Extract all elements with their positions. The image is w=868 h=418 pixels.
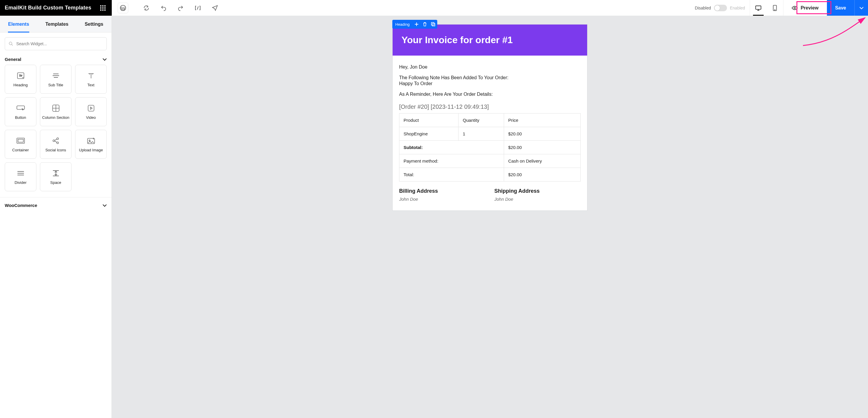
widget-heading[interactable]: TᴛHeading — [5, 65, 36, 94]
search-icon — [8, 41, 13, 46]
eye-icon — [792, 6, 798, 10]
tab-settings[interactable]: Settings — [83, 16, 104, 32]
widget-upload-image[interactable]: Upload Image — [75, 130, 107, 159]
tab-elements[interactable]: Elements — [7, 16, 30, 32]
svg-point-23 — [57, 138, 59, 139]
disabled-label: Disabled — [695, 6, 711, 10]
save-dropdown-icon[interactable] — [855, 0, 868, 16]
device-switcher — [750, 0, 783, 16]
svg-rect-2 — [104, 5, 105, 6]
widget-subtitle[interactable]: Sub Title — [40, 65, 71, 94]
sidebar: Elements Templates Settings General TᴛHe… — [0, 16, 112, 418]
preview-button[interactable]: Preview — [783, 0, 827, 16]
social-icons-icon — [51, 136, 61, 146]
table-row-subtotal: Subtotal: $20.00 — [399, 141, 581, 154]
th-price: Price — [504, 114, 580, 127]
wordpress-icon[interactable] — [118, 3, 128, 13]
svg-rect-10 — [756, 6, 761, 9]
refresh-icon[interactable] — [143, 5, 150, 11]
shipping-address: Shipping Address John Doe — [494, 188, 581, 202]
svg-point-13 — [794, 7, 796, 8]
responsive-toggle: Disabled Enabled — [690, 0, 750, 16]
widget-divider[interactable]: Divider — [5, 162, 36, 191]
chevron-down-icon — [102, 204, 107, 207]
undo-icon[interactable] — [160, 5, 167, 11]
note-intro: The Following Note Has Been Added To You… — [399, 75, 581, 81]
redo-icon[interactable] — [177, 5, 184, 11]
toolbar — [112, 0, 690, 16]
svg-rect-28 — [432, 23, 435, 26]
app-title: EmailKit Build Custom Templates — [5, 5, 91, 11]
svg-point-26 — [89, 140, 90, 141]
preview-label: Preview — [801, 5, 818, 11]
canvas-area[interactable]: Heading Your Invoice for order #1 Hey, J… — [112, 16, 868, 418]
svg-point-14 — [9, 42, 12, 45]
topbar-right: Disabled Enabled Preview Save — [690, 0, 868, 16]
subtitle-icon — [51, 71, 61, 81]
container-icon — [16, 136, 25, 146]
svg-rect-1 — [102, 5, 103, 6]
billing-address: Billing Address John Doe — [399, 188, 486, 202]
upload-image-icon — [86, 136, 96, 146]
text-icon — [86, 71, 96, 81]
sidebar-tabs: Elements Templates Settings — [0, 16, 112, 33]
svg-rect-21 — [18, 139, 23, 142]
email-canvas[interactable]: Heading Your Invoice for order #1 Hey, J… — [392, 24, 587, 211]
svg-rect-3 — [100, 7, 101, 8]
tab-templates[interactable]: Templates — [44, 16, 70, 32]
widget-space[interactable]: Space — [40, 162, 71, 191]
svg-rect-5 — [104, 7, 105, 8]
search-input[interactable] — [16, 41, 103, 46]
toolbar-icons — [143, 5, 218, 11]
svg-point-24 — [57, 142, 59, 144]
annotation-arrow — [791, 16, 868, 49]
widget-text[interactable]: Text — [75, 65, 107, 94]
order-meta: [Order #20] [2023-11-12 09:49:13] — [399, 103, 581, 110]
enabled-label: Enabled — [730, 6, 745, 10]
svg-rect-17 — [17, 106, 25, 109]
brand-bar: EmailKit Build Custom Templates — [0, 0, 112, 16]
hero-title: Your Invoice for order #1 — [401, 35, 578, 45]
add-icon[interactable] — [412, 20, 421, 29]
widget-social-icons[interactable]: Social Icons — [40, 130, 71, 159]
hero-heading[interactable]: Your Invoice for order #1 — [393, 25, 587, 56]
selection-toolbar: Heading — [392, 20, 437, 29]
heading-icon: Tᴛ — [16, 71, 25, 81]
section-general-header[interactable]: General — [0, 55, 112, 65]
apps-grid-icon[interactable] — [99, 4, 107, 12]
widget-button[interactable]: Button — [5, 97, 36, 126]
svg-rect-27 — [431, 23, 434, 25]
table-row: ShopEngine 1 $20.00 — [399, 127, 581, 141]
chevron-down-icon — [102, 58, 107, 61]
button-icon — [16, 103, 25, 113]
svg-rect-0 — [100, 5, 101, 6]
section-woocommerce-header[interactable]: WooCommerce — [0, 197, 112, 211]
video-icon — [86, 103, 96, 113]
widget-video[interactable]: Video — [75, 97, 107, 126]
column-section-icon — [51, 103, 61, 113]
send-icon[interactable] — [212, 5, 218, 11]
svg-rect-7 — [102, 9, 103, 11]
svg-point-12 — [775, 9, 775, 10]
save-button[interactable]: Save — [827, 0, 855, 16]
selection-label: Heading — [392, 22, 412, 27]
body: Elements Templates Settings General TᴛHe… — [0, 16, 868, 418]
toggle-switch[interactable] — [714, 5, 727, 11]
widget-container[interactable]: Container — [5, 130, 36, 159]
th-quantity: Quantity — [459, 114, 504, 127]
shortcode-icon[interactable] — [194, 5, 201, 11]
duplicate-icon[interactable] — [429, 20, 437, 29]
greeting-text: Hey, Jon Doe — [399, 64, 581, 70]
space-icon — [51, 168, 61, 178]
desktop-device-icon[interactable] — [750, 0, 767, 16]
trash-icon[interactable] — [421, 20, 429, 29]
email-body: Hey, Jon Doe The Following Note Has Been… — [393, 56, 587, 211]
widget-column-section[interactable]: Column Section — [40, 97, 71, 126]
search-input-wrap[interactable] — [5, 37, 107, 50]
table-row-payment: Payment method: Cash on Delivery — [399, 154, 581, 168]
mobile-device-icon[interactable] — [767, 0, 783, 16]
order-table: Product Quantity Price ShopEngine 1 $20.… — [399, 113, 581, 182]
svg-rect-6 — [100, 9, 101, 11]
note-text: Happy To Order — [399, 81, 581, 86]
svg-text:Tᴛ: Tᴛ — [19, 74, 23, 77]
